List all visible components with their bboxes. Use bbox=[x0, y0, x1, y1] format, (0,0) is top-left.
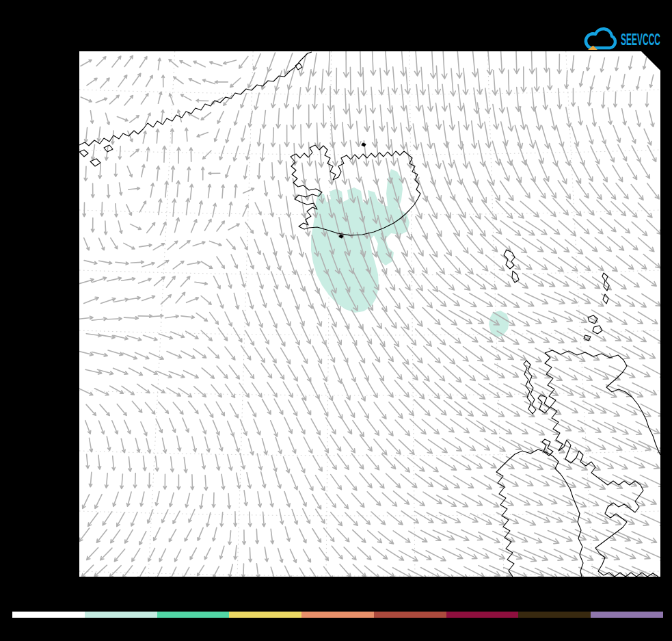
colorbar-segment-4 bbox=[301, 612, 374, 618]
colorbar-legend bbox=[12, 612, 663, 618]
colorbar-segment-2 bbox=[157, 612, 230, 618]
weather-map bbox=[0, 0, 672, 641]
cloud-icon bbox=[586, 29, 615, 48]
colorbar-segment-0 bbox=[12, 612, 85, 618]
logo-text: SEEVCCC bbox=[621, 30, 660, 49]
screenshot-root: SEEVCCC bbox=[0, 0, 672, 641]
seevccc-logo: SEEVCCC bbox=[581, 21, 666, 55]
colorbar-segment-1 bbox=[85, 612, 157, 618]
colorbar-segment-6 bbox=[446, 612, 519, 618]
colorbar-segment-5 bbox=[374, 612, 446, 618]
colorbar-segment-8 bbox=[591, 612, 663, 618]
colorbar-segment-3 bbox=[229, 612, 301, 618]
seevccc-logo-graphic: SEEVCCC bbox=[581, 21, 666, 55]
colorbar-segment-7 bbox=[518, 612, 591, 618]
